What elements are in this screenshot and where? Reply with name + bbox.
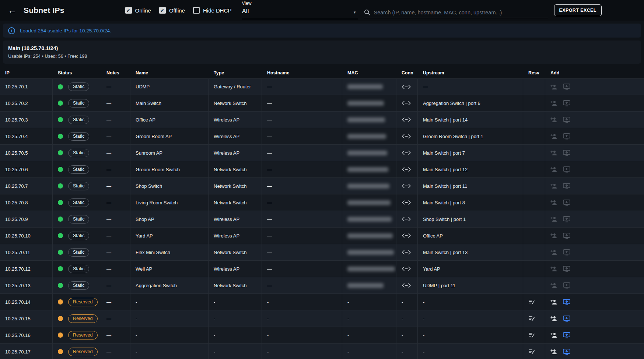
ethernet-link-icon[interactable] [402, 84, 411, 89]
table-row[interactable]: 10.25.70.3Static—Office APWireless AP—Ma… [0, 112, 644, 128]
add-device-monitor-plus-icon[interactable] [563, 233, 570, 239]
ethernet-link-icon[interactable] [402, 167, 411, 172]
add-device-button[interactable] [563, 183, 570, 189]
table-row[interactable]: 10.25.70.15Reserved—------ [0, 310, 644, 327]
add-device-monitor-plus-icon[interactable] [563, 183, 570, 189]
add-device-button[interactable] [563, 117, 570, 123]
filter-checkbox-hide-dhcp[interactable]: Hide DHCP [193, 7, 232, 14]
add-device-button[interactable] [563, 84, 570, 90]
resv-edit-button[interactable] [528, 316, 536, 321]
add-client-button[interactable] [550, 249, 558, 255]
ethernet-link-icon[interactable] [402, 233, 411, 238]
add-client-person-plus-icon[interactable] [550, 332, 558, 338]
add-device-monitor-plus-icon[interactable] [563, 332, 570, 338]
add-device-button[interactable] [563, 299, 570, 305]
add-client-button[interactable] [550, 332, 558, 338]
add-client-button[interactable] [550, 200, 558, 205]
add-device-button[interactable] [563, 233, 570, 239]
resv-edit-button[interactable] [528, 349, 536, 355]
add-device-button[interactable] [563, 100, 570, 106]
edit-reservation-icon[interactable] [528, 316, 536, 321]
table-row[interactable]: 10.25.70.12Static—Well APWireless AP—Yar… [0, 261, 644, 277]
add-device-monitor-plus-icon[interactable] [563, 282, 570, 289]
filter-checkbox-online[interactable]: ✓Online [125, 7, 151, 14]
add-device-monitor-plus-icon[interactable] [563, 216, 570, 222]
add-client-person-plus-icon[interactable] [550, 166, 558, 172]
add-client-button[interactable] [550, 166, 558, 172]
table-row[interactable]: 10.25.70.13Static—Aggregation SwitchNetw… [0, 277, 644, 294]
ethernet-link-icon[interactable] [402, 200, 411, 205]
add-device-monitor-plus-icon[interactable] [563, 200, 570, 206]
ethernet-link-icon[interactable] [402, 183, 411, 189]
export-excel-button[interactable]: EXPORT EXCEL [554, 4, 602, 16]
table-row[interactable]: 10.25.70.11Static—Flex Mini SwitchNetwor… [0, 244, 644, 261]
search-input[interactable] [374, 10, 548, 15]
add-device-monitor-plus-icon[interactable] [563, 117, 570, 123]
edit-reservation-icon[interactable] [528, 299, 536, 305]
checkbox-checked-icon[interactable]: ✓ [159, 7, 166, 14]
add-device-monitor-plus-icon[interactable] [563, 84, 570, 90]
ethernet-link-icon[interactable] [402, 134, 411, 139]
ethernet-link-icon[interactable] [402, 117, 411, 122]
add-client-button[interactable] [550, 299, 558, 305]
add-device-monitor-plus-icon[interactable] [563, 249, 570, 256]
add-device-button[interactable] [563, 266, 570, 272]
checkbox-unchecked-icon[interactable] [193, 7, 200, 14]
caret-down-icon[interactable]: ▾ [354, 10, 356, 15]
view-select[interactable]: View All ▾ [242, 1, 358, 19]
filter-checkbox-offline[interactable]: ✓Offline [159, 7, 185, 14]
add-client-person-plus-icon[interactable] [550, 117, 558, 123]
back-arrow-icon[interactable]: ← [6, 4, 18, 17]
add-device-button[interactable] [563, 249, 570, 256]
add-device-monitor-plus-icon[interactable] [563, 299, 570, 305]
table-row[interactable]: 10.25.70.6Static—Groom Room SwitchNetwor… [0, 161, 644, 178]
add-client-person-plus-icon[interactable] [550, 150, 558, 156]
ethernet-link-icon[interactable] [402, 283, 411, 288]
ethernet-link-icon[interactable] [402, 266, 411, 271]
edit-reservation-icon[interactable] [528, 332, 536, 338]
add-client-button[interactable] [550, 282, 558, 288]
add-client-person-plus-icon[interactable] [550, 133, 558, 139]
add-device-button[interactable] [563, 200, 570, 206]
add-device-monitor-plus-icon[interactable] [563, 266, 570, 272]
ethernet-link-icon[interactable] [402, 250, 411, 255]
checkbox-checked-icon[interactable]: ✓ [125, 7, 132, 14]
add-client-person-plus-icon[interactable] [550, 249, 558, 255]
add-device-monitor-plus-icon[interactable] [563, 150, 570, 156]
ethernet-link-icon[interactable] [402, 101, 411, 106]
resv-edit-button[interactable] [528, 332, 536, 338]
table-row[interactable]: 10.25.70.2Static—Main SwitchNetwork Swit… [0, 95, 644, 112]
table-row[interactable]: 10.25.70.14Reserved—------ [0, 294, 644, 310]
add-device-button[interactable] [563, 150, 570, 156]
add-device-monitor-plus-icon[interactable] [563, 316, 570, 322]
add-client-button[interactable] [550, 133, 558, 139]
add-client-button[interactable] [550, 150, 558, 156]
add-client-person-plus-icon[interactable] [550, 183, 558, 189]
add-device-monitor-plus-icon[interactable] [563, 166, 570, 173]
table-row[interactable]: 10.25.70.9Static—Shop APWireless AP—Shop… [0, 211, 644, 228]
add-client-person-plus-icon[interactable] [550, 216, 558, 222]
add-device-button[interactable] [563, 349, 570, 355]
add-client-person-plus-icon[interactable] [550, 233, 558, 239]
add-client-person-plus-icon[interactable] [550, 200, 558, 205]
add-device-monitor-plus-icon[interactable] [563, 133, 570, 140]
add-device-button[interactable] [563, 216, 570, 222]
add-client-person-plus-icon[interactable] [550, 299, 558, 305]
add-client-button[interactable] [550, 316, 558, 321]
add-client-button[interactable] [550, 233, 558, 239]
add-device-monitor-plus-icon[interactable] [563, 100, 570, 106]
add-device-button[interactable] [563, 166, 570, 173]
add-client-button[interactable] [550, 266, 558, 272]
table-row[interactable]: 10.25.70.7Static—Shop SwitchNetwork Swit… [0, 178, 644, 194]
add-device-monitor-plus-icon[interactable] [563, 349, 570, 355]
add-client-button[interactable] [550, 117, 558, 123]
add-client-button[interactable] [550, 216, 558, 222]
add-client-button[interactable] [550, 183, 558, 189]
table-row[interactable]: 10.25.70.10Static—Yard APWireless AP—Off… [0, 228, 644, 244]
add-device-button[interactable] [563, 332, 570, 338]
ethernet-link-icon[interactable] [402, 150, 411, 155]
table-row[interactable]: 10.25.70.5Static—Sunroom APWireless AP—M… [0, 145, 644, 161]
add-client-button[interactable] [550, 84, 558, 90]
resv-edit-button[interactable] [528, 299, 536, 305]
table-row[interactable]: 10.25.70.17Reserved—------ [0, 344, 644, 359]
